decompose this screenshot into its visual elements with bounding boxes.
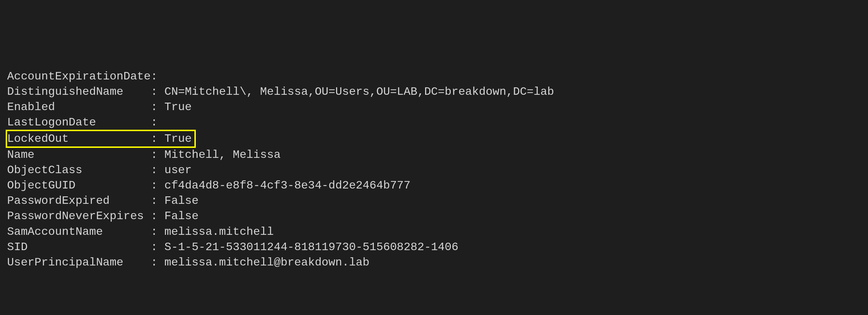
property-value: True [164, 99, 192, 115]
property-name: PasswordNeverExpires [7, 208, 151, 224]
property-value: True [164, 131, 192, 146]
separator: : [151, 147, 164, 162]
property-name: DistinguishedName [7, 84, 151, 99]
property-name: Name [7, 147, 151, 162]
property-row-lockedout: LockedOut: True [6, 130, 196, 148]
property-name: LastLogonDate [7, 115, 151, 130]
property-row-passwordneverexpires: PasswordNeverExpires: False [7, 208, 861, 224]
property-row-enabled: Enabled: True [7, 99, 861, 115]
property-value: S-1-5-21-533011244-818119730-515608282-1… [164, 239, 459, 255]
property-row-lastlogondate: LastLogonDate: [7, 115, 861, 130]
property-name: PasswordExpired [7, 193, 151, 208]
property-row-sid: SID: S-1-5-21-533011244-818119730-515608… [7, 239, 861, 255]
property-row-objectclass: ObjectClass: user [7, 162, 861, 178]
terminal-output: AccountExpirationDate:DistinguishedName:… [7, 69, 861, 270]
separator: : [151, 178, 164, 193]
separator: : [151, 255, 164, 270]
separator: : [151, 162, 164, 178]
property-name: Enabled [7, 99, 151, 115]
separator: : [151, 69, 164, 84]
separator: : [151, 99, 164, 115]
separator: : [151, 84, 164, 99]
property-row-distinguishedname: DistinguishedName: CN=Mitchell\, Melissa… [7, 84, 861, 99]
property-value: melissa.mitchell [164, 224, 274, 239]
separator: : [151, 239, 164, 255]
property-value: False [164, 193, 199, 208]
separator: : [151, 224, 164, 239]
property-value: Mitchell, Melissa [164, 147, 281, 162]
separator: : [151, 208, 164, 224]
separator: : [151, 131, 164, 146]
property-name: ObjectClass [7, 162, 151, 178]
property-name: LockedOut [7, 131, 151, 146]
property-row-name: Name: Mitchell, Melissa [7, 147, 861, 162]
property-row-userprincipalname: UserPrincipalName: melissa.mitchell@brea… [7, 255, 861, 270]
property-name: SamAccountName [7, 224, 151, 239]
property-name: ObjectGUID [7, 178, 151, 193]
property-value: melissa.mitchell@breakdown.lab [164, 255, 370, 270]
property-value: CN=Mitchell\, Melissa,OU=Users,OU=LAB,DC… [164, 84, 554, 99]
property-name: AccountExpirationDate [7, 69, 151, 84]
property-name: SID [7, 239, 151, 255]
property-value: False [164, 208, 199, 224]
property-row-passwordexpired: PasswordExpired: False [7, 193, 861, 208]
property-row-samaccountname: SamAccountName: melissa.mitchell [7, 224, 861, 239]
property-name: UserPrincipalName [7, 255, 151, 270]
separator: : [151, 193, 164, 208]
property-value: user [164, 162, 192, 178]
property-row-objectguid: ObjectGUID: cf4da4d8-e8f8-4cf3-8e34-dd2e… [7, 178, 861, 193]
property-row-accountexpirationdate: AccountExpirationDate: [7, 69, 861, 84]
separator: : [151, 115, 164, 130]
property-value: cf4da4d8-e8f8-4cf3-8e34-dd2e2464b777 [164, 178, 411, 193]
